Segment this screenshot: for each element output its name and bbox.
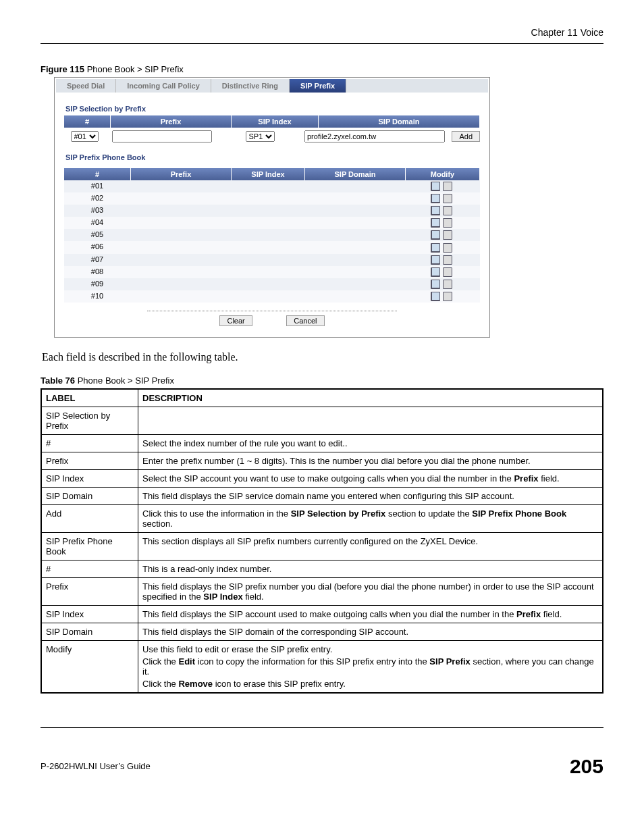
row-sipdomain xyxy=(303,254,403,266)
section-phonebook-title: SIP Prefix Phone Book xyxy=(65,153,479,161)
edit-icon[interactable] xyxy=(431,182,440,191)
delete-icon[interactable] xyxy=(443,267,452,277)
header-rule xyxy=(41,43,603,44)
pb-col-prefix: Prefix xyxy=(131,168,232,180)
index-select[interactable]: #01 xyxy=(71,131,99,142)
delete-icon[interactable] xyxy=(443,206,452,215)
row-prefix xyxy=(130,254,230,266)
page-footer: P-2602HWLNI User’s Guide 205 xyxy=(41,755,603,778)
edit-icon[interactable] xyxy=(431,218,440,228)
delete-icon[interactable] xyxy=(443,255,452,265)
edit-icon[interactable] xyxy=(431,292,440,301)
row-sipindex xyxy=(230,241,303,253)
tab-bar: Speed DialIncoming Call PolicyDistinctiv… xyxy=(56,79,488,93)
row-sipdomain xyxy=(303,192,403,205)
table-row: #02 xyxy=(64,192,480,205)
row-index: #09 xyxy=(64,278,130,290)
delete-icon[interactable] xyxy=(443,280,452,289)
pb-col-index: # xyxy=(64,168,131,180)
table-caption: Table 76 Phone Book > SIP Prefix xyxy=(41,375,603,386)
delete-icon[interactable] xyxy=(443,194,452,203)
table-row: #01 xyxy=(64,180,480,192)
table-header-description: DESCRIPTION xyxy=(138,389,603,407)
table-row: #06 xyxy=(64,241,480,253)
tab-sip-prefix[interactable]: SIP Prefix xyxy=(290,79,346,93)
delete-icon[interactable] xyxy=(443,243,452,253)
delete-icon[interactable] xyxy=(443,182,452,191)
delete-icon[interactable] xyxy=(443,230,452,240)
row-index: #07 xyxy=(64,254,130,266)
desc-label: Prefix xyxy=(41,577,138,605)
tab-distinctive-ring[interactable]: Distinctive Ring xyxy=(211,79,290,93)
edit-icon[interactable] xyxy=(431,230,440,240)
col-index: # xyxy=(64,115,111,128)
edit-icon[interactable] xyxy=(431,255,440,265)
desc-text: This section displays all SIP prefix num… xyxy=(138,532,603,560)
row-sipdomain xyxy=(303,205,403,217)
row-prefix xyxy=(130,278,230,290)
desc-label: SIP Domain xyxy=(41,623,138,640)
edit-icon[interactable] xyxy=(431,280,440,289)
row-prefix xyxy=(130,205,230,217)
selection-header-row: # Prefix SIP Index SIP Domain xyxy=(64,115,480,128)
desc-text: This field displays the SIP account used… xyxy=(138,605,603,623)
row-prefix xyxy=(130,290,230,303)
edit-icon[interactable] xyxy=(431,206,440,215)
edit-icon[interactable] xyxy=(431,243,440,253)
row-index: #01 xyxy=(64,180,130,192)
row-modify xyxy=(403,241,480,253)
row-index: #02 xyxy=(64,192,130,205)
row-modify xyxy=(403,205,480,217)
table-label: Table 76 xyxy=(41,375,75,386)
desc-label: Prefix xyxy=(41,452,138,469)
table-text: Phone Book > SIP Prefix xyxy=(75,375,174,386)
edit-icon[interactable] xyxy=(431,194,440,203)
row-sipindex xyxy=(230,278,303,290)
row-modify xyxy=(403,217,480,229)
row-prefix xyxy=(130,266,230,278)
desc-text: Click this to use the information in the… xyxy=(138,504,603,532)
desc-text: This is a read-only index number. xyxy=(138,560,603,577)
desc-text: Select the SIP account you want to use t… xyxy=(138,469,603,487)
clear-button[interactable]: Clear xyxy=(219,315,252,326)
pb-col-sipdomain: SIP Domain xyxy=(305,168,406,180)
dotted-rule xyxy=(147,311,397,311)
tab-speed-dial[interactable]: Speed Dial xyxy=(56,79,116,93)
cancel-button[interactable]: Cancel xyxy=(286,315,324,326)
figure-caption: Figure 115 Phone Book > SIP Prefix xyxy=(41,64,603,74)
row-modify xyxy=(403,180,480,192)
col-sipindex: SIP Index xyxy=(232,115,319,128)
row-sipindex xyxy=(230,205,303,217)
delete-icon[interactable] xyxy=(443,218,452,228)
row-sipdomain xyxy=(303,217,403,229)
row-index: #04 xyxy=(64,217,130,229)
desc-label: SIP Index xyxy=(41,469,138,487)
page-number: 205 xyxy=(570,755,603,778)
row-index: #08 xyxy=(64,266,130,278)
desc-text: Select the index number of the rule you … xyxy=(138,434,603,452)
row-prefix xyxy=(130,217,230,229)
desc-text: This field displays the SIP prefix numbe… xyxy=(138,577,603,605)
row-modify xyxy=(403,229,480,241)
edit-icon[interactable] xyxy=(431,267,440,277)
desc-label: # xyxy=(41,560,138,577)
desc-label: Modify xyxy=(41,640,138,693)
table-row: #05 xyxy=(64,229,480,241)
footer-rule xyxy=(41,727,603,728)
desc-label: SIP Domain xyxy=(41,487,138,504)
row-modify xyxy=(403,278,480,290)
sipdomain-input[interactable] xyxy=(304,130,445,142)
figure-label: Figure 115 xyxy=(41,64,84,74)
delete-icon[interactable] xyxy=(443,292,452,301)
sipindex-select[interactable]: SP1 xyxy=(246,131,275,142)
add-button[interactable]: Add xyxy=(452,131,480,142)
row-modify xyxy=(403,266,480,278)
tab-incoming-call-policy[interactable]: Incoming Call Policy xyxy=(116,79,211,93)
row-index: #03 xyxy=(64,205,130,217)
row-modify xyxy=(403,192,480,205)
row-sipindex xyxy=(230,254,303,266)
row-prefix xyxy=(130,241,230,253)
row-sipdomain xyxy=(303,229,403,241)
prefix-input[interactable] xyxy=(112,130,212,142)
table-row: #09 xyxy=(64,278,480,290)
